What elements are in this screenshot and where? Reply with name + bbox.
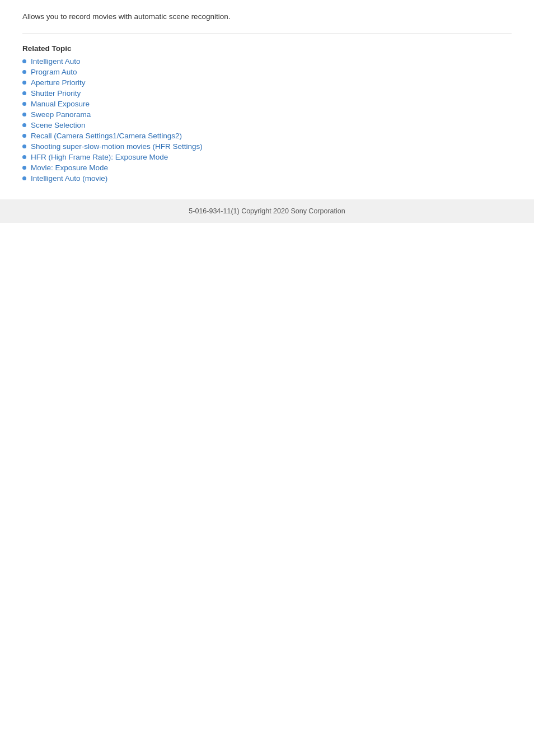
bullet-icon <box>22 102 26 106</box>
list-item: Shutter Priority <box>22 89 512 97</box>
bullet-icon <box>22 123 26 127</box>
bullet-icon <box>22 81 26 85</box>
related-link-hfr-exposure-mode[interactable]: HFR (High Frame Rate): Exposure Mode <box>31 153 168 161</box>
list-item: Sweep Panorama <box>22 110 512 119</box>
list-item: Intelligent Auto <box>22 57 512 66</box>
related-link-recall-camera-settings[interactable]: Recall (Camera Settings1/Camera Settings… <box>31 132 182 140</box>
list-item: Movie: Exposure Mode <box>22 164 512 172</box>
bullet-icon <box>22 70 26 74</box>
list-item: Manual Exposure <box>22 100 512 108</box>
bullet-icon <box>22 134 26 138</box>
bullet-icon <box>22 176 26 180</box>
related-link-scene-selection[interactable]: Scene Selection <box>31 121 86 129</box>
bullet-icon <box>22 144 26 148</box>
footer-text: 5-016-934-11(1) Copyright 2020 Sony Corp… <box>189 207 345 215</box>
list-item: Shooting super-slow-motion movies (HFR S… <box>22 142 512 151</box>
related-link-sweep-panorama[interactable]: Sweep Panorama <box>31 110 91 119</box>
list-item: Intelligent Auto (movie) <box>22 174 512 183</box>
related-link-aperture-priority[interactable]: Aperture Priority <box>31 78 86 87</box>
related-links-list: Intelligent AutoProgram AutoAperture Pri… <box>22 57 512 183</box>
related-link-movie-exposure-mode[interactable]: Movie: Exposure Mode <box>31 164 108 172</box>
related-link-intelligent-auto[interactable]: Intelligent Auto <box>31 57 81 66</box>
intro-text: Allows you to record movies with automat… <box>22 11 512 22</box>
related-link-shooting-super-slow-motion[interactable]: Shooting super-slow-motion movies (HFR S… <box>31 142 203 151</box>
bullet-icon <box>22 59 26 63</box>
related-link-intelligent-auto-movie[interactable]: Intelligent Auto (movie) <box>31 174 107 183</box>
list-item: Program Auto <box>22 68 512 76</box>
related-link-shutter-priority[interactable]: Shutter Priority <box>31 89 81 97</box>
list-item: Aperture Priority <box>22 78 512 87</box>
related-link-manual-exposure[interactable]: Manual Exposure <box>31 100 90 108</box>
bullet-icon <box>22 91 26 95</box>
list-item: Scene Selection <box>22 121 512 129</box>
related-link-program-auto[interactable]: Program Auto <box>31 68 77 76</box>
bullet-icon <box>22 166 26 170</box>
section-divider <box>22 34 512 34</box>
list-item: HFR (High Frame Rate): Exposure Mode <box>22 153 512 161</box>
bullet-icon <box>22 155 26 159</box>
related-topic-section: Related Topic Intelligent AutoProgram Au… <box>22 44 512 183</box>
page-wrapper: Allows you to record movies with automat… <box>0 0 534 183</box>
list-item: Recall (Camera Settings1/Camera Settings… <box>22 132 512 140</box>
footer: 5-016-934-11(1) Copyright 2020 Sony Corp… <box>0 199 534 223</box>
bullet-icon <box>22 113 26 116</box>
related-topic-title: Related Topic <box>22 44 512 53</box>
